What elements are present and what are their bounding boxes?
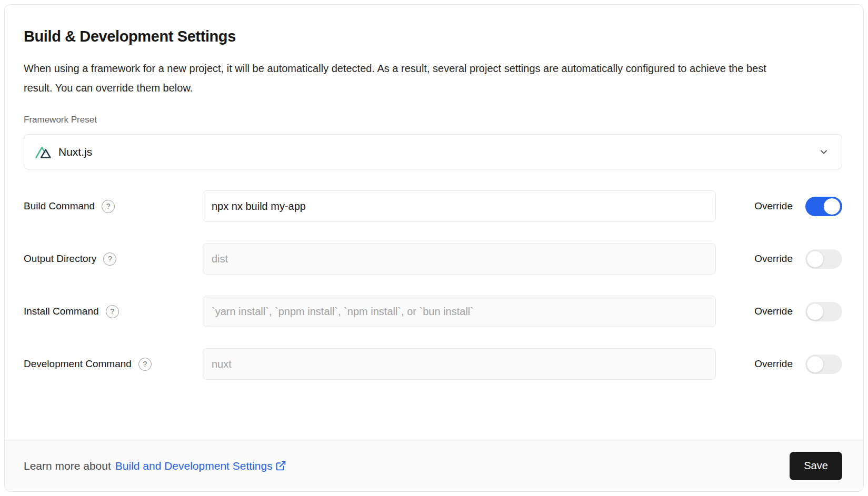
override-group: Override <box>754 197 842 216</box>
chevron-down-icon <box>819 147 829 157</box>
override-label: Override <box>754 358 793 370</box>
build-settings-docs-link[interactable]: Build and Development Settings <box>115 460 286 472</box>
external-link-icon <box>275 460 286 471</box>
output-directory-label-text: Output Directory <box>24 253 96 265</box>
build-command-label: Build Command ? <box>24 200 203 213</box>
output-directory-input <box>203 243 716 275</box>
override-label: Override <box>754 200 793 212</box>
build-settings-card: Build & Development Settings When using … <box>4 4 864 492</box>
docs-link-label: Build and Development Settings <box>115 460 273 472</box>
framework-selected-value: Nuxt.js <box>58 146 92 158</box>
toggle-knob <box>823 198 841 215</box>
install-command-label-text: Install Command <box>24 306 99 317</box>
toggle-knob <box>806 356 824 373</box>
development-command-override-toggle[interactable] <box>805 355 842 374</box>
save-button[interactable]: Save <box>790 452 842 480</box>
output-directory-label: Output Directory ? <box>24 252 203 266</box>
install-command-input <box>203 296 716 327</box>
output-directory-override-toggle[interactable] <box>805 249 842 269</box>
card-footer: Learn more about Build and Development S… <box>5 440 863 491</box>
setting-row-install-command: Install Command ? Override <box>24 296 842 327</box>
override-label: Override <box>754 306 793 317</box>
build-command-override-toggle[interactable] <box>805 197 842 216</box>
build-command-label-text: Build Command <box>24 200 95 212</box>
nuxt-logo-icon <box>35 145 52 159</box>
toggle-knob <box>806 303 824 320</box>
install-command-override-toggle[interactable] <box>805 302 842 321</box>
override-group: Override <box>754 249 842 269</box>
settings-description: When using a framework for a new project… <box>24 59 771 98</box>
setting-row-output-directory: Output Directory ? Override <box>24 243 842 275</box>
install-command-label: Install Command ? <box>24 305 203 318</box>
learn-more-prefix: Learn more about <box>24 460 111 472</box>
override-group: Override <box>754 355 842 374</box>
override-group: Override <box>754 302 842 321</box>
help-icon[interactable]: ? <box>102 200 115 213</box>
build-command-input[interactable] <box>203 190 716 222</box>
setting-row-development-command: Development Command ? Override <box>24 348 842 380</box>
framework-preset-label: Framework Preset <box>24 115 842 125</box>
development-command-label: Development Command ? <box>24 358 203 371</box>
card-body: Build & Development Settings When using … <box>5 5 863 440</box>
development-command-input <box>203 348 716 380</box>
help-icon[interactable]: ? <box>106 305 119 318</box>
page-title: Build & Development Settings <box>24 28 842 45</box>
setting-row-build-command: Build Command ? Override <box>24 190 842 222</box>
override-label: Override <box>754 253 793 265</box>
development-command-label-text: Development Command <box>24 358 132 370</box>
toggle-knob <box>806 250 824 268</box>
help-icon[interactable]: ? <box>138 358 152 371</box>
help-icon[interactable]: ? <box>103 252 116 266</box>
learn-more-text: Learn more about Build and Development S… <box>24 460 286 472</box>
framework-preset-select[interactable]: Nuxt.js <box>24 134 842 169</box>
